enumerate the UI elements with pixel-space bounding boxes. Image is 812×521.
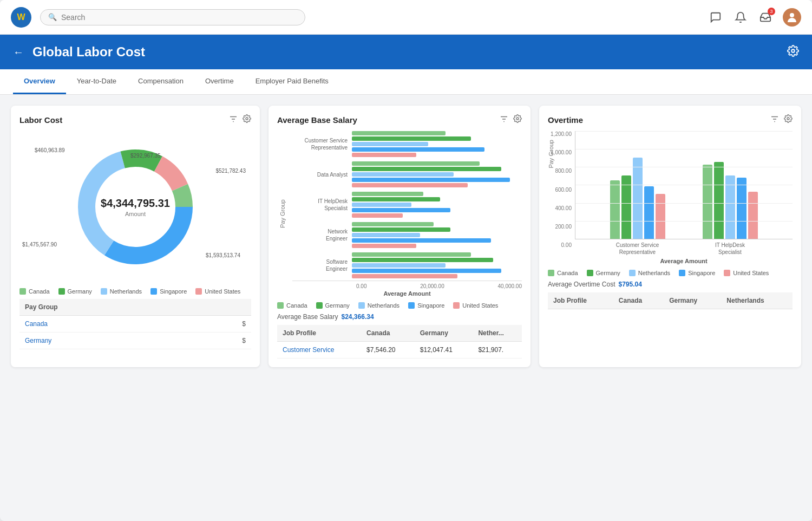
- bar-csr-sg: [352, 147, 484, 152]
- svg-point-14: [516, 118, 519, 120]
- vbar-csr-sg: [644, 186, 654, 239]
- legend-singapore: Singapore: [408, 302, 444, 309]
- legend-canada: Canada: [548, 270, 578, 276]
- bar-it-canada: [352, 192, 423, 196]
- legend-dot-netherlands: [101, 288, 107, 295]
- row-germany[interactable]: Germany: [19, 333, 194, 349]
- bar-label-ne: NetworkEngineer: [292, 228, 352, 242]
- svg-point-18: [787, 118, 789, 120]
- filter-icon[interactable]: [770, 114, 780, 126]
- bar-csr-canada: [352, 131, 446, 135]
- bar-ne-us: [352, 244, 416, 248]
- avg-salary-title: Average Base Salary: [277, 115, 357, 125]
- filter-icon[interactable]: [228, 114, 238, 126]
- avg-salary-stat-value: $24,366.34: [342, 313, 374, 321]
- y-axis-label: Pay Group: [277, 131, 288, 297]
- settings-icon[interactable]: [243, 114, 251, 126]
- vbar-it-canada: [703, 165, 712, 239]
- legend-netherlands: Netherlands: [629, 270, 670, 276]
- bar-da-canada: [352, 161, 480, 166]
- vbar-csr-germany: [621, 175, 631, 239]
- bar-se-nl: [352, 263, 446, 268]
- bar-group-da: Data Analyst: [292, 161, 522, 187]
- svg-point-1: [791, 49, 795, 53]
- vbar-it-nl: [725, 175, 735, 239]
- bar-ne-nl: [352, 233, 420, 237]
- filter-icon[interactable]: [499, 114, 509, 126]
- bar-da-us: [352, 183, 468, 187]
- bar-it-germany: [352, 197, 440, 201]
- row-canada[interactable]: Canada: [19, 316, 194, 333]
- tab-compensation[interactable]: Compensation: [127, 69, 194, 94]
- bar-se-sg: [352, 269, 501, 273]
- overtime-header: Overtime: [548, 114, 793, 126]
- page-title: Global Labor Cost: [32, 44, 145, 60]
- overtime-table: Job Profile Canada Germany Netherlands: [548, 292, 793, 309]
- legend-netherlands: Netherlands: [358, 302, 400, 309]
- vbar-csr-canada: [610, 180, 620, 239]
- avg-salary-chart: Pay Group Customer ServiceRepresentative: [277, 131, 522, 297]
- col-job-profile: Job Profile: [548, 292, 613, 309]
- col-pay-group: Pay Group: [19, 299, 194, 316]
- avg-salary-icons: [499, 114, 522, 126]
- vbar-it-germany: [714, 162, 724, 239]
- overtime-y-label: Pay Group: [548, 140, 554, 168]
- tab-bar: Overview Year-to-Date Compensation Overt…: [0, 69, 812, 95]
- legend-netherlands: Netherlands: [101, 288, 142, 295]
- x-axis-ticks: 0.00 20,000.00 40,000.00: [292, 281, 522, 289]
- labor-cost-table: Pay Group Canada $ Germany $: [19, 299, 251, 349]
- legend-us: United States: [724, 270, 769, 276]
- bar-label-csr: Customer ServiceRepresentative: [292, 137, 352, 151]
- tab-overview[interactable]: Overview: [13, 69, 66, 94]
- settings-icon[interactable]: [784, 114, 793, 126]
- avg-salary-stat-label: Average Base Salary: [277, 313, 338, 321]
- overtime-stat: Average Overtime Cost $795.04: [548, 281, 793, 288]
- legend-germany: Germany: [587, 270, 620, 276]
- v-bars-area: [575, 131, 793, 239]
- bar-label-se: SoftwareEngineer: [292, 258, 352, 272]
- legend-us: United States: [453, 302, 498, 309]
- search-input[interactable]: [61, 13, 297, 22]
- segment-label-us: $1,475,567.90: [22, 242, 57, 248]
- table-row: Canada $: [19, 316, 251, 333]
- settings-icon[interactable]: [513, 114, 522, 126]
- user-avatar[interactable]: [783, 8, 801, 27]
- table-row: Customer Service $7,546.20 $12,047.41 $2…: [277, 342, 522, 359]
- overtime-chart: 0.00 200.00 400.00 600.00 800.00 1,000.0…: [548, 131, 793, 264]
- bar-it-us: [352, 213, 403, 218]
- bar-da-sg: [352, 178, 510, 182]
- col-netherlands: Netherlands: [721, 292, 793, 309]
- bell-icon[interactable]: [733, 10, 748, 25]
- tab-employer-benefits[interactable]: Employer Paid Benefits: [245, 69, 339, 94]
- svg-point-0: [790, 13, 794, 17]
- tab-overtime[interactable]: Overtime: [194, 69, 245, 94]
- bar-csr-germany: [352, 136, 471, 141]
- back-button[interactable]: ←: [13, 46, 24, 58]
- col-canada: Canada: [613, 292, 664, 309]
- bar-ne-germany: [352, 227, 450, 232]
- tab-ytd[interactable]: Year-to-Date: [66, 69, 127, 94]
- inbox-icon[interactable]: 3: [758, 10, 773, 25]
- segment-label-germany: $521,782.43: [215, 168, 246, 174]
- search-icon: 🔍: [48, 13, 57, 21]
- nav-icons: 3: [708, 8, 801, 27]
- overtime-x-axis-label: Average Amount: [575, 258, 793, 264]
- header-settings-icon[interactable]: [787, 45, 799, 60]
- col-netherlands: Nether...: [473, 325, 522, 342]
- segment-label-canada: $292,967.35: [130, 153, 161, 159]
- search-bar[interactable]: 🔍: [40, 9, 305, 25]
- x-labels: Customer ServiceRepresentative IT HelpDe…: [575, 242, 793, 256]
- v-bar-group-it: [703, 162, 758, 239]
- avg-salary-table: Job Profile Canada Germany Nether... Cus…: [277, 325, 522, 359]
- bar-group-ne: NetworkEngineer: [292, 222, 522, 248]
- chat-icon[interactable]: [708, 10, 723, 25]
- x-label-csr: Customer ServiceRepresentative: [605, 242, 670, 256]
- legend-dot-canada: [19, 288, 26, 295]
- overtime-title: Overtime: [548, 115, 583, 125]
- legend-canada: Canada: [19, 288, 50, 295]
- job-customer-service[interactable]: Customer Service: [277, 342, 361, 359]
- grid-lines: [575, 131, 793, 239]
- avg-salary-header: Average Base Salary: [277, 114, 522, 126]
- table-row: Germany $: [19, 333, 251, 349]
- bar-se-us: [352, 274, 457, 278]
